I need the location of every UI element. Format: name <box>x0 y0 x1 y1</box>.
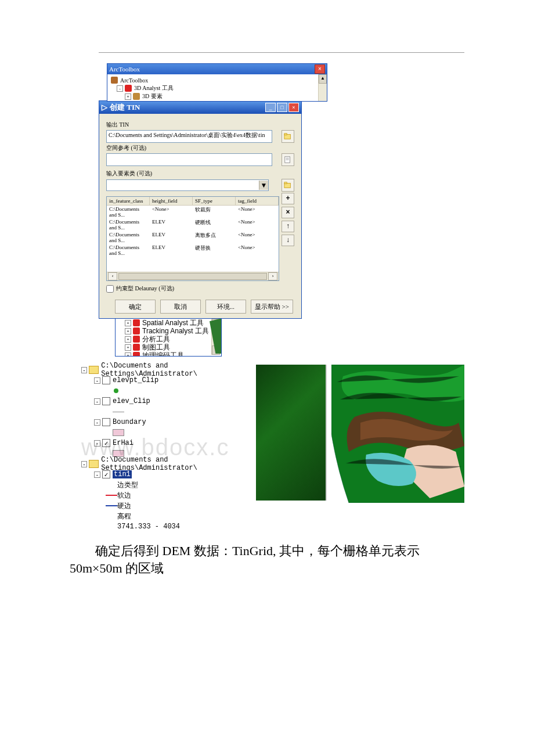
toolset-icon <box>133 93 140 100</box>
delaunay-checkbox[interactable]: 约束型 Delaunay (可选) <box>106 285 294 293</box>
hard-edge-symbol-icon <box>106 505 117 506</box>
layer-checkbox[interactable]: ✓ <box>102 470 110 478</box>
input-feature-dropdown[interactable]: ▼ <box>106 179 269 191</box>
toolset-item[interactable]: 地理编码工具 <box>142 351 184 357</box>
soft-edge-symbol-icon <box>106 495 117 496</box>
layer-checkbox[interactable] <box>102 376 110 384</box>
figure-arctoolbox-dialog: ArcToolbox × ArcToolbox -3D Analyst 工具 +… <box>107 63 327 357</box>
expand-icon[interactable]: + <box>125 344 131 351</box>
close-icon[interactable]: × <box>288 103 299 112</box>
layer-elevpt[interactable]: elevpt_Clip <box>113 376 158 384</box>
toolbox-icon <box>111 77 118 84</box>
expand-icon[interactable]: + <box>125 336 131 343</box>
layer-boundary[interactable]: Boundary <box>113 418 146 426</box>
show-help-button[interactable]: 显示帮助 >> <box>251 300 293 314</box>
toolset-icon <box>125 85 132 92</box>
expand-icon[interactable]: + <box>125 93 131 100</box>
environments-button[interactable]: 环境... <box>205 300 246 314</box>
line-symbol-icon <box>113 412 124 412</box>
expand-icon[interactable]: + <box>125 352 131 357</box>
expand-icon[interactable]: + <box>125 328 131 334</box>
col-height-field[interactable]: height_field <box>150 197 193 205</box>
move-up-button[interactable]: ↑ <box>282 221 294 232</box>
body-paragraph: 确定后得到 DEM 数据：TinGrid, 其中，每个栅格单元表示50m×50m… <box>70 542 464 577</box>
layer-erhai[interactable]: ErHai <box>113 439 134 447</box>
toc-path[interactable]: C:\Documents and Settings\Administrator\ <box>101 456 246 472</box>
svg-rect-1 <box>284 134 287 135</box>
figure-toc-map: -C:\Documents and Settings\Administrator… <box>81 365 464 532</box>
toolset-3d-feature[interactable]: 3D 要素 <box>142 92 163 100</box>
legend-edge-type: 边类型 <box>117 480 138 490</box>
table-horizontal-scrollbar[interactable]: ‹ › <box>107 272 279 280</box>
table-row[interactable]: C:\Documents and S...ELEV离散多点<None> <box>107 231 279 244</box>
collapse-icon[interactable]: - <box>94 471 100 478</box>
toc-path[interactable]: C:\Documents and Settings\Administrator\ <box>101 362 246 378</box>
collapse-icon[interactable]: - <box>81 367 87 373</box>
cancel-button[interactable]: 取消 <box>160 300 201 314</box>
legend-elev-range: 3741.333 - 4034 <box>117 523 180 531</box>
layer-checkbox[interactable]: ✓ <box>102 439 110 447</box>
scrollbar-thumb[interactable] <box>118 273 267 280</box>
arctoolbox-footer: +Spatial Analyst 工具 +Tracking Analyst 工具… <box>115 319 222 357</box>
toolset-icon <box>133 319 140 326</box>
dialog-titlebar[interactable]: ▷创建 TIN _ □ × <box>99 101 301 114</box>
label-output-tin: 输出 TIN <box>106 121 294 129</box>
toolset-icon <box>133 352 140 357</box>
collapse-icon[interactable]: - <box>94 377 100 384</box>
remove-row-button[interactable]: × <box>282 207 294 218</box>
point-symbol-icon <box>114 388 118 393</box>
collapse-icon[interactable]: - <box>94 398 100 405</box>
arctoolbox-window: ArcToolbox × ArcToolbox -3D Analyst 工具 +… <box>107 63 327 102</box>
label-spatial-ref: 空间参考 (可选) <box>106 144 294 152</box>
collapse-icon[interactable]: - <box>81 461 87 467</box>
arctoolbox-title: ArcToolbox <box>109 66 140 73</box>
col-feature-class[interactable]: in_feature_class <box>107 197 150 205</box>
toolset-3d-analyst[interactable]: 3D Analyst 工具 <box>134 84 174 92</box>
move-down-button[interactable]: ↓ <box>282 235 294 246</box>
feature-table[interactable]: in_feature_class height_field SF_type ta… <box>106 196 279 281</box>
layer-tin-selected[interactable]: tin1 <box>113 470 132 478</box>
toolset-icon <box>133 336 140 343</box>
svg-rect-6 <box>284 182 287 184</box>
close-icon[interactable]: × <box>315 64 325 74</box>
col-tag-field[interactable]: tag_field <box>236 197 279 205</box>
maximize-icon[interactable]: □ <box>277 103 287 112</box>
legend-hard-edge: 硬边 <box>117 501 131 511</box>
scroll-up-icon[interactable]: ▲ <box>319 74 327 84</box>
layer-checkbox[interactable] <box>102 397 110 405</box>
ok-button[interactable]: 确定 <box>115 300 156 314</box>
table-row[interactable]: C:\Documents and S...<None>软裁剪<None> <box>107 206 279 218</box>
arctoolbox-titlebar[interactable]: ArcToolbox × <box>107 64 327 74</box>
collapse-icon[interactable]: - <box>94 419 100 426</box>
map-view-left[interactable] <box>250 365 327 501</box>
minimize-icon[interactable]: _ <box>265 103 276 112</box>
layer-checkbox[interactable] <box>102 418 110 426</box>
create-tin-dialog: ▷创建 TIN _ □ × 输出 TIN C:\Documents and Se… <box>99 100 302 319</box>
add-row-button[interactable]: + <box>282 193 294 204</box>
expand-icon[interactable]: - <box>117 85 123 92</box>
scroll-right-icon[interactable]: › <box>268 272 277 280</box>
col-sf-type[interactable]: SF_type <box>193 197 236 205</box>
arctoolbox-root: ArcToolbox <box>120 77 148 84</box>
properties-icon[interactable] <box>282 153 294 166</box>
scroll-left-icon[interactable]: ‹ <box>108 272 117 280</box>
folder-icon <box>89 366 99 374</box>
toolset-icon <box>133 344 140 351</box>
dialog-title: 创建 TIN <box>110 102 140 113</box>
input-spatial-ref[interactable] <box>106 153 272 166</box>
legend-elevation: 高程 <box>117 512 131 521</box>
browse-icon[interactable] <box>282 179 294 192</box>
folder-icon <box>89 460 99 468</box>
chevron-down-icon[interactable]: ▼ <box>259 181 268 190</box>
expand-icon[interactable]: + <box>125 320 131 326</box>
tin-icon: ▷ <box>102 103 107 112</box>
table-row[interactable]: C:\Documents and S...ELEV硬断线<None> <box>107 218 279 231</box>
tin-map-view[interactable] <box>331 365 464 503</box>
legend-soft-edge: 软边 <box>117 491 131 501</box>
toolset-icon <box>133 327 140 334</box>
collapse-icon[interactable]: - <box>94 440 100 447</box>
layer-elev[interactable]: elev_Clip <box>113 397 150 405</box>
table-row[interactable]: C:\Documents and S...ELEV硬替换<None> <box>107 244 279 257</box>
browse-icon[interactable] <box>282 130 294 143</box>
input-output-tin[interactable]: C:\Documents and Settings\Administrator\… <box>106 130 272 143</box>
